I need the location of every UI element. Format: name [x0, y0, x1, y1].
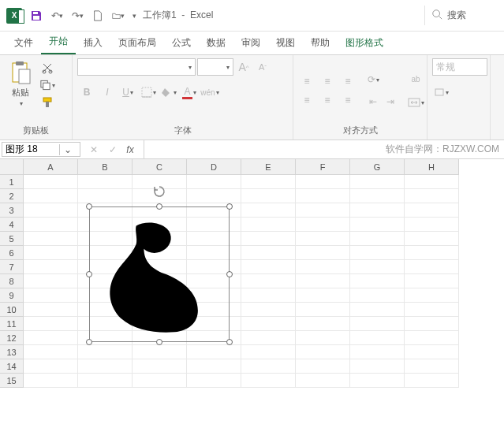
- increase-font-icon[interactable]: A^: [235, 58, 252, 76]
- cell[interactable]: [350, 374, 405, 388]
- align-right-icon[interactable]: ≡: [339, 91, 357, 109]
- decrease-indent-icon[interactable]: ⇤: [364, 93, 382, 110]
- formula-bar[interactable]: 软件自学网：RJZXW.COM: [144, 140, 504, 158]
- shape-selection-frame[interactable]: [89, 206, 230, 342]
- row-header[interactable]: 9: [0, 288, 24, 303]
- cell[interactable]: [296, 246, 350, 260]
- row-header[interactable]: 1: [0, 175, 24, 189]
- wrap-text-icon[interactable]: ab: [407, 70, 424, 87]
- search-box[interactable]: 搜索: [424, 6, 498, 25]
- cell[interactable]: [350, 359, 405, 374]
- resize-handle-n[interactable]: [156, 203, 162, 210]
- open-folder-icon[interactable]: ▾: [112, 9, 125, 22]
- cell[interactable]: [24, 232, 78, 246]
- rotate-handle-icon[interactable]: [153, 185, 166, 198]
- align-top-icon[interactable]: ≡: [298, 73, 315, 90]
- cell[interactable]: [405, 246, 459, 260]
- undo-icon[interactable]: ↶▾: [50, 9, 63, 22]
- font-family-select[interactable]: ▾: [77, 58, 196, 76]
- cell[interactable]: [350, 260, 405, 274]
- cell[interactable]: [296, 218, 350, 232]
- chevron-down-icon[interactable]: ⌄: [59, 144, 75, 155]
- cell[interactable]: [241, 303, 296, 317]
- cell[interactable]: [405, 374, 459, 388]
- cell[interactable]: [296, 374, 350, 388]
- cell[interactable]: [78, 374, 133, 388]
- cell[interactable]: [78, 189, 133, 203]
- cell[interactable]: [350, 246, 405, 260]
- align-center-icon[interactable]: ≡: [319, 91, 336, 109]
- tab-review[interactable]: 审阅: [233, 32, 268, 54]
- borders-button[interactable]: ▾: [139, 84, 158, 101]
- cell[interactable]: [241, 203, 296, 218]
- tab-shape-format[interactable]: 图形格式: [338, 32, 391, 54]
- resize-handle-s[interactable]: [156, 339, 162, 345]
- tab-formulas[interactable]: 公式: [164, 32, 199, 54]
- phonetic-button[interactable]: wén▾: [200, 84, 219, 101]
- cell[interactable]: [24, 359, 78, 374]
- cell[interactable]: [241, 359, 296, 374]
- cell[interactable]: [241, 189, 296, 203]
- cell[interactable]: [24, 246, 78, 260]
- cell[interactable]: [405, 288, 459, 303]
- cell[interactable]: [350, 331, 405, 345]
- cell[interactable]: [241, 331, 296, 345]
- tab-file[interactable]: 文件: [6, 32, 41, 54]
- cell[interactable]: [78, 175, 133, 189]
- cell[interactable]: [350, 218, 405, 232]
- column-header[interactable]: H: [405, 159, 459, 175]
- format-painter-icon[interactable]: [39, 96, 55, 109]
- cell[interactable]: [296, 303, 350, 317]
- enter-formula-icon[interactable]: ✓: [104, 141, 121, 158]
- cell[interactable]: [24, 317, 78, 331]
- underline-button[interactable]: U▾: [118, 84, 137, 101]
- row-header[interactable]: 12: [0, 331, 24, 345]
- cell[interactable]: [350, 288, 405, 303]
- row-header[interactable]: 2: [0, 189, 24, 203]
- row-header[interactable]: 11: [0, 317, 24, 331]
- cell[interactable]: [187, 359, 241, 374]
- row-header[interactable]: 7: [0, 260, 24, 274]
- column-header[interactable]: G: [350, 159, 405, 175]
- column-header[interactable]: F: [296, 159, 350, 175]
- italic-button[interactable]: I: [98, 84, 117, 101]
- cell[interactable]: [133, 374, 187, 388]
- cell[interactable]: [241, 288, 296, 303]
- cell[interactable]: [133, 345, 187, 359]
- cell[interactable]: [24, 260, 78, 274]
- align-left-icon[interactable]: ≡: [298, 91, 315, 109]
- select-all-triangle[interactable]: [0, 159, 24, 175]
- cell[interactable]: [350, 317, 405, 331]
- resize-handle-sw[interactable]: [86, 339, 92, 345]
- resize-handle-w[interactable]: [86, 271, 92, 277]
- cell[interactable]: [350, 303, 405, 317]
- cell[interactable]: [296, 260, 350, 274]
- cell[interactable]: [24, 288, 78, 303]
- row-header[interactable]: 3: [0, 203, 24, 218]
- column-header[interactable]: B: [78, 159, 133, 175]
- row-header[interactable]: 15: [0, 374, 24, 388]
- cell[interactable]: [405, 260, 459, 274]
- row-header[interactable]: 5: [0, 232, 24, 246]
- font-size-select[interactable]: ▾: [197, 58, 233, 76]
- row-header[interactable]: 4: [0, 218, 24, 232]
- cell[interactable]: [78, 345, 133, 359]
- cell[interactable]: [405, 175, 459, 189]
- cell[interactable]: [296, 175, 350, 189]
- cell[interactable]: [350, 232, 405, 246]
- cell[interactable]: [241, 246, 296, 260]
- cell[interactable]: [187, 175, 241, 189]
- name-box[interactable]: ⌄: [2, 142, 80, 157]
- cell[interactable]: [296, 317, 350, 331]
- cancel-formula-icon[interactable]: ✕: [85, 141, 103, 158]
- resize-handle-se[interactable]: [226, 339, 233, 345]
- cell[interactable]: [296, 203, 350, 218]
- currency-icon[interactable]: ▾: [432, 84, 450, 101]
- cell[interactable]: [241, 175, 296, 189]
- tab-home[interactable]: 开始: [41, 30, 76, 54]
- align-middle-icon[interactable]: ≡: [319, 73, 336, 90]
- cell[interactable]: [241, 218, 296, 232]
- cell[interactable]: [24, 374, 78, 388]
- cell[interactable]: [24, 189, 78, 203]
- tab-page-layout[interactable]: 页面布局: [110, 32, 164, 54]
